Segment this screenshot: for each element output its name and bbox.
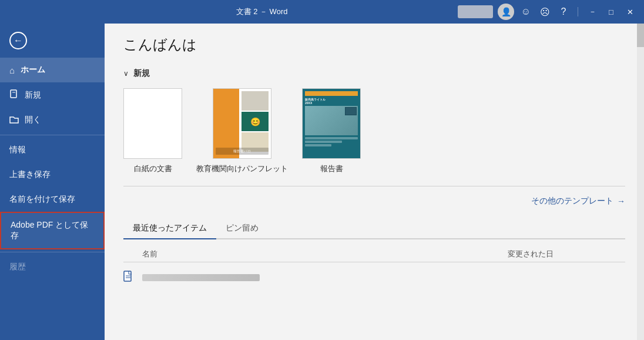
- maximize-button[interactable]: □: [604, 8, 618, 16]
- report-img-inset: [345, 107, 357, 115]
- template-education-thumb: 😊 報告書パロ: [213, 88, 271, 159]
- tab-recent[interactable]: 最近使ったアイテム: [123, 218, 216, 239]
- sidebar-item-adobe-pdf[interactable]: Adobe PDF として保存: [0, 212, 105, 249]
- back-button[interactable]: ←: [0, 24, 105, 58]
- more-templates-link[interactable]: その他のテンプレート →: [123, 196, 625, 206]
- file-header-icon-col: [123, 249, 142, 259]
- report-img-area: [305, 106, 358, 135]
- file-name: [142, 274, 508, 281]
- sidebar-item-history: 履歴: [0, 255, 105, 279]
- file-doc-icon: [123, 271, 142, 285]
- help-icon[interactable]: ?: [556, 6, 571, 17]
- sidebar-item-info[interactable]: 情報: [0, 138, 105, 162]
- new-doc-icon: [9, 89, 19, 101]
- content-area: こんばんは ∨ 新規 白紙の文書: [105, 24, 644, 340]
- main-layout: ← ⌂ ホーム 新規 開く 情報: [0, 24, 644, 340]
- edu-face-panel: 😊: [242, 112, 269, 131]
- titlebar-title: 文書 2 － Word: [66, 6, 458, 17]
- file-list-header: 名前 変更された日: [123, 246, 625, 262]
- report-mini-title: 販売高ライトル20XX: [305, 98, 358, 105]
- report-line-3: [305, 144, 331, 146]
- template-blank-thumb: [123, 88, 182, 159]
- template-blank[interactable]: 白紙の文書: [123, 88, 182, 174]
- sidebar-item-save-as-label: 名前を付けて保存: [9, 194, 75, 205]
- titlebar: 文書 2 － Word 👤 ☺ ☹ ? － □ ✕: [0, 0, 644, 24]
- avatar[interactable]: [458, 5, 493, 18]
- templates-row: 白紙の文書 😊 報告書パロ: [123, 88, 625, 174]
- sidebar-item-adobe-pdf-label: Adobe PDF として保存: [11, 220, 94, 241]
- template-education[interactable]: 😊 報告書パロ 教育機関向けパンフレット: [196, 88, 288, 174]
- sidebar-item-open-label: 開く: [25, 115, 41, 125]
- sidebar-item-new-label: 新規: [25, 90, 41, 101]
- close-button[interactable]: ✕: [623, 8, 637, 16]
- sidebar-item-home[interactable]: ⌂ ホーム: [0, 58, 105, 82]
- blurred-filename: [142, 274, 260, 281]
- tabs-row: 最近使ったアイテム ピン留め: [123, 218, 625, 239]
- template-blank-label: 白紙の文書: [134, 164, 172, 174]
- file-row[interactable]: [123, 267, 625, 288]
- new-section-title: 新規: [133, 68, 150, 79]
- sidebar-divider-1: [0, 135, 105, 135]
- svg-rect-0: [11, 90, 16, 98]
- template-report-thumb: 販売高ライトル20XX: [302, 88, 361, 159]
- scrollbar-track[interactable]: [637, 24, 644, 340]
- sidebar-item-overwrite-save[interactable]: 上書き保存: [0, 162, 105, 187]
- home-icon: ⌂: [9, 65, 15, 75]
- back-circle-icon: ←: [9, 32, 27, 49]
- smiley-icon[interactable]: ☺: [519, 6, 533, 17]
- scrollbar-thumb[interactable]: [637, 24, 644, 47]
- greeting-text: こんばんは: [123, 35, 625, 54]
- edu-footer-text: 報告書パロ: [233, 149, 251, 154]
- sidebar: ← ⌂ ホーム 新規 開く 情報: [0, 24, 105, 340]
- minimize-button[interactable]: －: [585, 6, 599, 17]
- sidebar-item-open[interactable]: 開く: [0, 108, 105, 132]
- tab-pinned[interactable]: ピン留め: [216, 218, 268, 239]
- sidebar-divider-2: [0, 252, 105, 252]
- user-icon[interactable]: 👤: [498, 4, 514, 20]
- edu-top-right: [242, 91, 269, 111]
- sidebar-item-save-as[interactable]: 名前を付けて保存: [0, 187, 105, 212]
- report-title-bar: [305, 91, 358, 96]
- sidebar-item-info-label: 情報: [9, 145, 26, 155]
- edu-face-icon: 😊: [250, 117, 260, 126]
- titlebar-user-area: 👤 ☺ ☹ ? － □ ✕: [458, 4, 637, 20]
- template-education-label: 教育機関向けパンフレット: [196, 164, 288, 174]
- template-report-label: 報告書: [320, 164, 343, 174]
- sidebar-item-home-label: ホーム: [21, 65, 45, 75]
- template-report[interactable]: 販売高ライトル20XX 報告書: [302, 88, 361, 174]
- sidebar-item-overwrite-label: 上書き保存: [9, 169, 51, 180]
- sidebar-item-new[interactable]: 新規: [0, 82, 105, 108]
- sidebar-item-history-label: 履歴: [9, 262, 26, 272]
- section-divider: [123, 186, 625, 186]
- new-section-header: ∨ 新規: [123, 68, 625, 79]
- more-templates-arrow: →: [617, 196, 625, 206]
- frown-icon[interactable]: ☹: [538, 6, 552, 18]
- report-line-2: [305, 141, 342, 143]
- new-section-chevron[interactable]: ∨: [123, 69, 129, 78]
- file-header-name-col: 名前: [142, 249, 508, 259]
- folder-icon: [9, 115, 19, 125]
- more-templates-label: その他のテンプレート: [531, 196, 613, 206]
- report-line-1: [305, 137, 358, 139]
- file-header-date-col: 変更された日: [508, 249, 625, 259]
